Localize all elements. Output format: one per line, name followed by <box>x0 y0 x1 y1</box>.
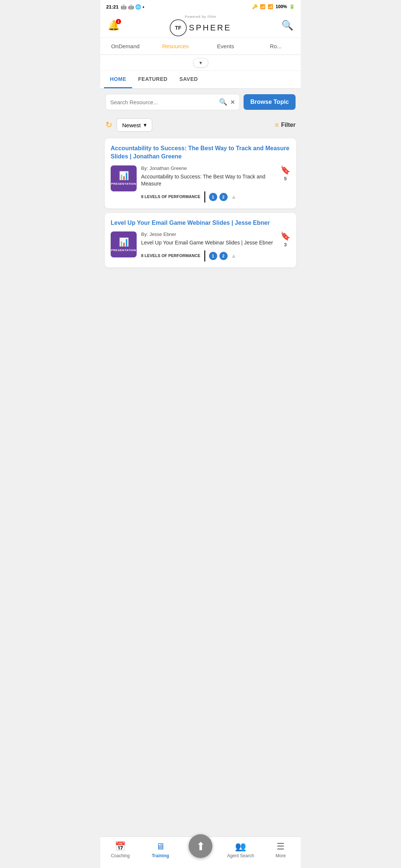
search-resource-input[interactable] <box>110 99 216 105</box>
filter-button[interactable]: ≡ Filter <box>275 121 296 129</box>
home-icon: ⬆ <box>196 840 205 853</box>
filter-icon: ≡ <box>275 121 279 129</box>
tab-more-nav[interactable]: Ro... <box>251 38 301 55</box>
card-title-0: Accountability to Success: The Best Way … <box>111 144 290 161</box>
sort-label: Newest <box>122 122 141 128</box>
tab-ondemand[interactable]: OnDemand <box>100 38 150 55</box>
bottom-navigation: 📅 Coaching 🖥 Training ⬆ 👥 Agent Search ☰… <box>100 836 301 868</box>
card-description-1: Level Up Your Email Game Webinar Slides … <box>141 239 276 247</box>
card-item-0[interactable]: Accountability to Success: The Best Way … <box>105 138 296 208</box>
card-thumbnail-1: 📊 PRESENTATION <box>111 231 137 257</box>
nav-coaching[interactable]: 📅 Coaching <box>100 839 140 861</box>
bookmark-icon-1: 🔖 <box>280 231 290 241</box>
battery-icon: 🔋 <box>289 4 295 9</box>
bookmark-count-0: 5 <box>284 176 287 181</box>
nav-home[interactable]: ⬆ <box>180 842 221 858</box>
nav-training[interactable]: 🖥 Training <box>140 839 180 861</box>
coaching-label: Coaching <box>111 853 130 858</box>
signal-icon: 📶 <box>268 4 273 9</box>
status-time-area: 21:21 🤖 🤖 🌐 • <box>106 4 144 10</box>
search-section: 🔍 ✕ Browse Topic <box>100 89 301 115</box>
card-author-1: By: Jesse Ebner <box>141 231 276 237</box>
status-app-icons: 🤖 🤖 🌐 • <box>121 4 144 10</box>
level-dot-2-1: 2 <box>219 252 228 260</box>
sub-tabs: HOME FEATURED SAVED <box>100 71 301 89</box>
level-dot-3-0: ▲ <box>230 193 238 201</box>
bookmark-count-1: 3 <box>284 242 287 247</box>
agent-search-icon: 👥 <box>235 841 246 852</box>
card-bookmark-0[interactable]: 🔖 5 <box>280 165 290 181</box>
presentation-icon-0: 📊 <box>119 171 129 181</box>
card-title-1: Level Up Your Email Game Webinar Slides … <box>111 219 290 227</box>
top-navigation: 🔔 1 Powered by ill0m TF SPHERE 🔍 <box>100 13 301 38</box>
collapse-chevron-button[interactable]: ▾ <box>193 58 208 68</box>
tab-resources[interactable]: Resources <box>150 38 200 55</box>
level-dot-3-1: ▲ <box>230 252 238 260</box>
presentation-icon-1: 📊 <box>119 237 129 247</box>
more-label: More <box>276 853 286 858</box>
card-body-0: 📊 PRESENTATION By: Jonathan Greene Accou… <box>111 165 290 203</box>
search-icon: 🔍 <box>219 98 227 106</box>
key-icon: 🔑 <box>252 4 258 9</box>
status-bar: 21:21 🤖 🤖 🌐 • 🔑 📶 📶 100% 🔋 <box>100 0 301 13</box>
sub-tab-saved[interactable]: SAVED <box>173 71 204 88</box>
level-dot-1-0: 1 <box>209 193 217 201</box>
logo-name: SPHERE <box>189 23 231 33</box>
filter-label: Filter <box>281 122 296 128</box>
level-divider-1 <box>204 250 205 262</box>
agent-search-label: Agent Search <box>227 853 254 858</box>
powered-by-text: Powered by ill0m <box>185 15 216 19</box>
refresh-button[interactable]: ↻ <box>105 120 112 130</box>
card-levels-0: 8 LEVELS OF PERFORMANCE 1 2 ▲ <box>141 191 276 203</box>
main-content: 🔍 ✕ Browse Topic ↻ Newest ▾ ≡ Filter Acc… <box>100 89 301 827</box>
card-info-0: By: Jonathan Greene Accountability to Su… <box>141 165 276 203</box>
sub-tab-home[interactable]: HOME <box>104 71 132 88</box>
tab-events[interactable]: Events <box>200 38 251 55</box>
sub-tab-featured[interactable]: FEATURED <box>132 71 173 88</box>
level-divider-0 <box>204 191 205 203</box>
level-dots-0: 1 2 ▲ <box>209 193 238 201</box>
logo-container: Powered by ill0m TF SPHERE <box>170 15 231 36</box>
level-dot-1-1: 1 <box>209 252 217 260</box>
coaching-icon: 📅 <box>115 841 126 852</box>
card-description-0: Accountability to Success: The Best Way … <box>141 173 276 188</box>
sort-filter-row: ↻ Newest ▾ ≡ Filter <box>100 115 301 135</box>
nav-more[interactable]: ☰ More <box>261 839 301 861</box>
search-box: 🔍 ✕ <box>105 94 240 110</box>
levels-label-0: 8 LEVELS OF PERFORMANCE <box>141 194 200 199</box>
chevron-down-icon: ▾ <box>144 122 147 128</box>
search-nav-button[interactable]: 🔍 <box>281 20 293 31</box>
logo-circle: TF <box>170 19 187 36</box>
level-dots-1: 1 2 ▲ <box>209 252 238 260</box>
card-thumbnail-0: 📊 PRESENTATION <box>111 165 137 191</box>
home-circle-button[interactable]: ⬆ <box>189 834 212 858</box>
tab-navigation: OnDemand Resources Events Ro... <box>100 38 301 55</box>
card-item-1[interactable]: Level Up Your Email Game Webinar Slides … <box>105 213 296 267</box>
card-body-1: 📊 PRESENTATION By: Jesse Ebner Level Up … <box>111 231 290 262</box>
nav-agent-search[interactable]: 👥 Agent Search <box>221 839 261 861</box>
training-label: Training <box>152 853 169 858</box>
card-bookmark-1[interactable]: 🔖 3 <box>280 231 290 247</box>
training-icon: 🖥 <box>156 841 165 852</box>
browse-topic-button[interactable]: Browse Topic <box>244 94 296 110</box>
clear-search-button[interactable]: ✕ <box>230 99 235 106</box>
card-info-1: By: Jesse Ebner Level Up Your Email Game… <box>141 231 276 262</box>
cards-list: Accountability to Success: The Best Way … <box>100 135 301 305</box>
card-author-0: By: Jonathan Greene <box>141 165 276 171</box>
status-time: 21:21 <box>106 4 118 10</box>
card-thumb-label-0: PRESENTATION <box>111 182 136 185</box>
card-levels-1: 8 LEVELS OF PERFORMANCE 1 2 ▲ <box>141 250 276 262</box>
wifi-icon: 📶 <box>260 4 265 9</box>
battery-percent: 100% <box>276 4 287 9</box>
notification-badge: 1 <box>116 19 121 24</box>
status-system-area: 🔑 📶 📶 100% 🔋 <box>252 4 295 9</box>
logo-letters: TF <box>175 25 181 31</box>
chevron-down-icon: ▾ <box>199 60 202 66</box>
notification-bell-button[interactable]: 🔔 1 <box>108 20 120 31</box>
sort-dropdown[interactable]: Newest ▾ <box>117 118 152 132</box>
levels-label-1: 8 LEVELS OF PERFORMANCE <box>141 253 200 258</box>
chevron-section: ▾ <box>100 55 301 71</box>
card-thumb-label-1: PRESENTATION <box>111 249 136 252</box>
bookmark-icon-0: 🔖 <box>280 165 290 175</box>
more-icon: ☰ <box>277 841 285 852</box>
